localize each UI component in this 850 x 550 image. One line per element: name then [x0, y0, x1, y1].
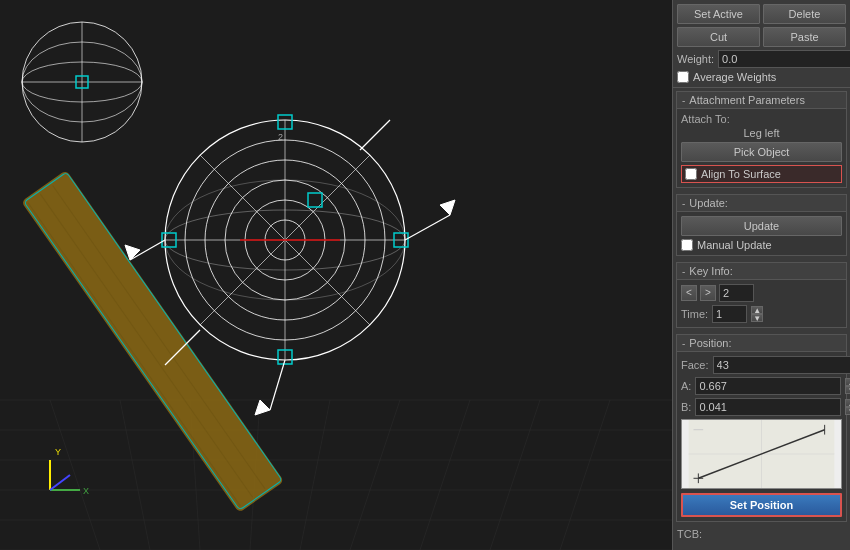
scene-container: Y X 2 [0, 0, 672, 550]
curve-svg [682, 420, 841, 488]
time-spinners: ▲ ▼ [751, 306, 763, 322]
align-to-surface-label: Align To Surface [701, 168, 781, 180]
average-weights-label: Average Weights [693, 71, 776, 83]
attachment-parameters-section: - Attachment Parameters Attach To: Leg l… [676, 91, 847, 188]
weight-row: Weight: ▲ ▼ [677, 50, 846, 68]
update-collapse-icon[interactable]: - [682, 198, 685, 209]
set-position-button[interactable]: Set Position [681, 493, 842, 517]
set-active-button[interactable]: Set Active [677, 4, 760, 24]
key-info-section: - Key Info: < > Time: ▲ ▼ [676, 262, 847, 328]
key-info-collapse-icon[interactable]: - [682, 266, 685, 277]
face-input[interactable] [713, 356, 850, 374]
a-spinners: ▲ ▼ [845, 378, 850, 394]
position-header: - Position: [677, 335, 846, 352]
svg-text:2: 2 [278, 132, 283, 142]
a-row: A: ▲ ▼ [681, 377, 842, 395]
update-header: - Update: [677, 195, 846, 212]
scene-svg: Y X 2 [0, 0, 672, 550]
face-label: Face: [681, 359, 709, 371]
tcb-label: TCB: [677, 528, 702, 540]
delete-button[interactable]: Delete [763, 4, 846, 24]
weight-input[interactable] [718, 50, 850, 68]
cut-button[interactable]: Cut [677, 27, 760, 47]
key-info-body: < > Time: ▲ ▼ [677, 280, 846, 327]
time-up-arrow[interactable]: ▲ [751, 306, 763, 314]
time-input[interactable] [712, 305, 747, 323]
cut-paste-row: Cut Paste [677, 27, 846, 47]
a-label: A: [681, 380, 691, 392]
update-button[interactable]: Update [681, 216, 842, 236]
attachment-parameters-header: - Attachment Parameters [677, 92, 846, 109]
curve-thumbnail [681, 419, 842, 489]
a-down-arrow[interactable]: ▼ [845, 386, 850, 394]
pick-object-button[interactable]: Pick Object [681, 142, 842, 162]
average-weights-checkbox[interactable] [677, 71, 689, 83]
key-info-title: Key Info: [689, 265, 732, 277]
paste-button[interactable]: Paste [763, 27, 846, 47]
leg-left-value: Leg left [681, 127, 842, 139]
key-next-button[interactable]: > [700, 285, 716, 301]
key-nav-row: < > [681, 284, 842, 302]
b-label: B: [681, 401, 691, 413]
attach-to-label: Attach To: [681, 113, 842, 125]
b-input[interactable] [695, 398, 841, 416]
position-body: Face: ▲ ▼ A: ▲ ▼ B: ▲ ▼ [677, 352, 846, 521]
key-prev-button[interactable]: < [681, 285, 697, 301]
top-buttons-section: Set Active Delete Cut Paste Weight: ▲ ▼ … [673, 0, 850, 88]
update-body: Update Manual Update [677, 212, 846, 255]
update-title: Update: [689, 197, 728, 209]
align-to-surface-checkbox[interactable] [685, 168, 697, 180]
position-title: Position: [689, 337, 731, 349]
set-active-delete-row: Set Active Delete [677, 4, 846, 24]
attachment-collapse-icon[interactable]: - [682, 95, 685, 106]
weight-label: Weight: [677, 53, 714, 65]
right-panel: Set Active Delete Cut Paste Weight: ▲ ▼ … [672, 0, 850, 550]
face-row: Face: ▲ ▼ [681, 356, 842, 374]
tcb-section: TCB: [673, 525, 850, 543]
b-down-arrow[interactable]: ▼ [845, 407, 850, 415]
svg-text:Y: Y [55, 447, 61, 457]
average-weights-row: Average Weights [677, 71, 846, 83]
b-row: B: ▲ ▼ [681, 398, 842, 416]
b-spinners: ▲ ▼ [845, 399, 850, 415]
time-row: Time: ▲ ▼ [681, 305, 842, 323]
attachment-parameters-title: Attachment Parameters [689, 94, 805, 106]
update-section: - Update: Update Manual Update [676, 194, 847, 256]
time-label: Time: [681, 308, 708, 320]
a-up-arrow[interactable]: ▲ [845, 378, 850, 386]
a-input[interactable] [695, 377, 841, 395]
align-to-surface-row: Align To Surface [681, 165, 842, 183]
position-section: - Position: Face: ▲ ▼ A: ▲ ▼ B: [676, 334, 847, 522]
manual-update-row: Manual Update [681, 239, 842, 251]
time-down-arrow[interactable]: ▼ [751, 314, 763, 322]
viewport-3d[interactable]: Y X 2 [0, 0, 672, 550]
key-value-input[interactable] [719, 284, 754, 302]
position-collapse-icon[interactable]: - [682, 338, 685, 349]
b-up-arrow[interactable]: ▲ [845, 399, 850, 407]
attachment-parameters-body: Attach To: Leg left Pick Object Align To… [677, 109, 846, 187]
svg-text:X: X [83, 486, 89, 496]
manual-update-label: Manual Update [697, 239, 772, 251]
key-info-header: - Key Info: [677, 263, 846, 280]
manual-update-checkbox[interactable] [681, 239, 693, 251]
